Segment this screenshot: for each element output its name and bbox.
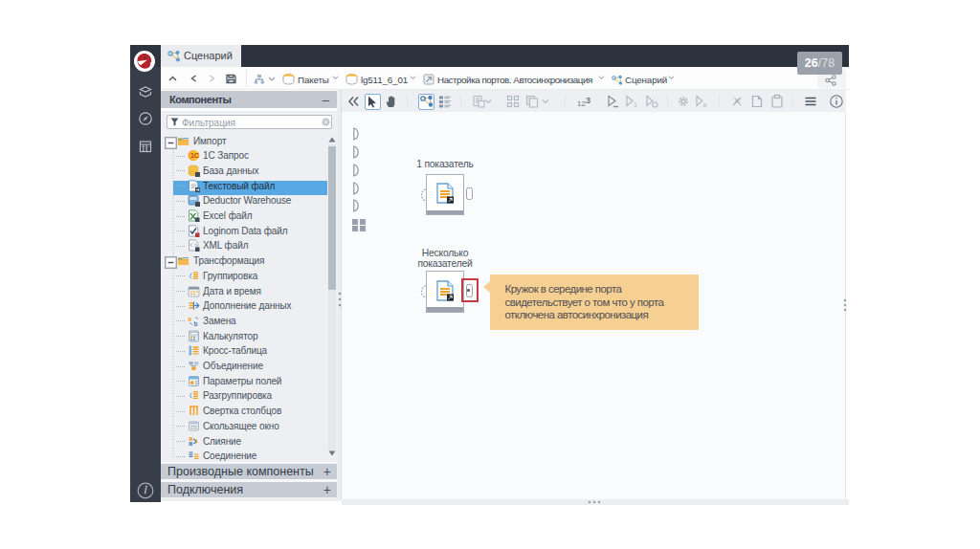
svg-text:1С: 1С bbox=[190, 152, 199, 159]
svg-text:a: a bbox=[189, 315, 192, 321]
svg-text:1: 1 bbox=[634, 101, 637, 108]
svg-text:b: b bbox=[194, 320, 198, 327]
